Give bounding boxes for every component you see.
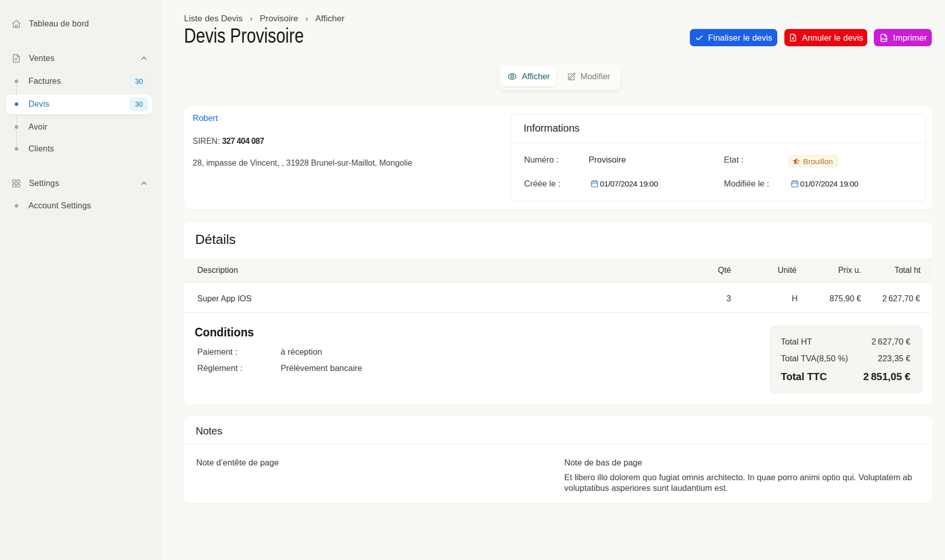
svg-text:PDF: PDF [881,38,888,41]
